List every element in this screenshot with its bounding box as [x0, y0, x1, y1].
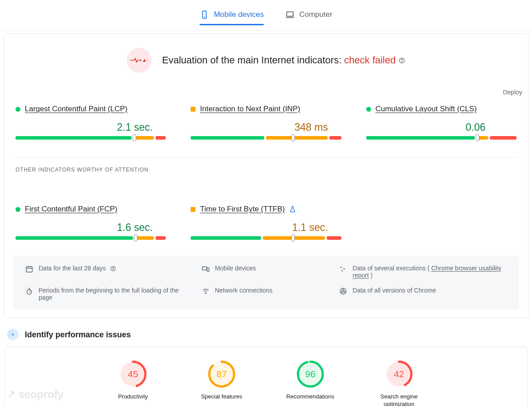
- metric-bar: [191, 136, 341, 140]
- gauge[interactable]: 42Search engine optimization: [372, 359, 426, 406]
- info-footer: Data for the last 28 days Mobile devices…: [13, 256, 519, 310]
- identify-card: 45Productivity87Special features96Recomm…: [4, 347, 528, 406]
- divider: [13, 157, 519, 158]
- stopwatch-icon: [25, 287, 33, 295]
- svg-point-24: [205, 293, 206, 294]
- scatter-icon: [339, 265, 347, 273]
- metric: Time to First Byte (TTFB)1.1 sec.: [191, 205, 341, 240]
- devices-icon: [202, 265, 210, 273]
- gauge-circle: 45: [118, 359, 148, 389]
- info-all-chrome: Data of all versions of Chrome: [339, 287, 507, 301]
- metric-name[interactable]: First Contentful Paint (FCP): [25, 205, 117, 214]
- gauge-circle: 96: [296, 359, 325, 389]
- tab-mobile-label: Mobile devices: [214, 10, 263, 19]
- metric-marker: [134, 234, 137, 242]
- info-periods: Periods from the beginning to the full l…: [25, 287, 193, 301]
- metric-bar: [16, 136, 166, 140]
- tab-mobile[interactable]: Mobile devices: [200, 10, 263, 25]
- svg-point-8: [402, 62, 402, 62]
- svg-point-6: [146, 60, 147, 61]
- info-network: Network connections: [202, 287, 331, 301]
- svg-line-28: [341, 292, 342, 293]
- other-indicators-label: OTHER INDICATORS WORTHY OF ATTENTION: [13, 167, 519, 173]
- gauge-circle: 87: [207, 359, 236, 389]
- metric-bar: [16, 236, 166, 240]
- metric-value: 1.1 sec.: [191, 222, 341, 234]
- metric-name[interactable]: Time to First Byte (TTFB): [200, 205, 285, 214]
- evaluation-title: Evaluation of the main Internet indicato…: [162, 55, 406, 66]
- info-28days: Data for the last 28 days: [25, 265, 193, 279]
- paren-close: ): [371, 272, 373, 279]
- status-indicator: [16, 207, 20, 212]
- evaluation-status: check failed: [344, 55, 395, 66]
- svg-text:96: 96: [305, 369, 315, 379]
- status-indicator: [16, 107, 20, 112]
- metric-name[interactable]: Interaction to Next Paint (INP): [200, 105, 300, 113]
- status-indicator: [191, 207, 196, 212]
- metric-value: 0.06: [366, 121, 516, 133]
- info-executions: Data of several executions ( Chrome brow…: [339, 265, 507, 279]
- metric-value: 348 ms: [191, 121, 341, 133]
- metric-name[interactable]: Cumulative Layout Shift (CLS): [376, 105, 477, 113]
- svg-text:87: 87: [216, 369, 227, 379]
- metric-name[interactable]: Largest Contentful Paint (LCP): [25, 105, 128, 113]
- metric: First Contentful Paint (FCP)1.6 sec.: [16, 205, 166, 240]
- chrome-icon: [339, 287, 347, 295]
- svg-rect-15: [202, 267, 207, 270]
- svg-point-18: [344, 268, 345, 269]
- core-metrics-grid: Largest Contentful Paint (LCP)2.1 sec.In…: [13, 105, 519, 140]
- help-icon[interactable]: [110, 265, 117, 272]
- evaluation-title-prefix: Evaluation of the main Internet indicato…: [162, 55, 342, 66]
- metric: Cumulative Layout Shift (CLS)0.06: [366, 105, 516, 140]
- watermark: seoprofy: [7, 388, 63, 401]
- info-all-chrome-text: Data of all versions of Chrome: [352, 287, 436, 294]
- svg-point-30: [12, 334, 14, 336]
- gauge-label: Search engine optimization: [372, 393, 426, 406]
- calendar-icon: [25, 265, 33, 273]
- gauge[interactable]: 96Recommendations: [284, 359, 337, 406]
- svg-rect-9: [26, 267, 32, 272]
- svg-point-19: [342, 270, 343, 271]
- core-web-vitals-card: Evaluation of the main Internet indicato…: [4, 33, 528, 318]
- metric: Largest Contentful Paint (LCP)2.1 sec.: [16, 105, 166, 140]
- svg-line-21: [29, 291, 30, 292]
- metric-bar: [366, 136, 516, 140]
- svg-point-4: [140, 59, 141, 61]
- gauges-row: 45Productivity87Special features96Recomm…: [14, 359, 518, 406]
- other-metrics-grid: First Contentful Paint (FCP)1.6 sec.Time…: [13, 205, 519, 240]
- deploy-link[interactable]: Deploy: [503, 89, 522, 96]
- metric-marker: [476, 134, 479, 141]
- info-network-text: Network connections: [215, 287, 273, 294]
- info-periods-text: Periods from the beginning to the full l…: [39, 287, 193, 301]
- info-mobile: Mobile devices: [202, 265, 331, 279]
- tab-computer[interactable]: Computer: [285, 10, 332, 25]
- metric-bar: [191, 236, 341, 240]
- help-icon[interactable]: [398, 57, 405, 64]
- svg-text:45: 45: [128, 369, 138, 379]
- info-28days-text: Data for the last 28 days: [39, 265, 106, 272]
- svg-point-14: [113, 270, 113, 270]
- info-executions-text: Data of several executions (: [352, 265, 430, 272]
- pulse-icon: [127, 48, 152, 73]
- metric-marker: [133, 134, 136, 141]
- identify-section: Identify performance issues 45Productivi…: [4, 329, 528, 406]
- info-mobile-text: Mobile devices: [215, 265, 256, 272]
- gauge-label: Recommendations: [286, 393, 334, 401]
- device-tabs: Mobile devices Computer: [0, 0, 532, 31]
- status-indicator: [191, 107, 196, 112]
- svg-point-17: [340, 267, 342, 268]
- tab-computer-label: Computer: [299, 10, 332, 19]
- metric-marker: [291, 234, 295, 242]
- radar-icon: [7, 329, 19, 340]
- identify-title: Identify performance issues: [25, 330, 131, 340]
- svg-text:42: 42: [394, 369, 404, 379]
- svg-rect-2: [287, 12, 293, 16]
- status-indicator: [366, 107, 371, 112]
- gauge-label: Productivity: [118, 393, 148, 401]
- svg-line-29: [344, 292, 346, 293]
- metric-marker: [291, 134, 295, 141]
- gauge-label: Special features: [201, 393, 242, 401]
- svg-marker-5: [143, 59, 146, 62]
- gauge[interactable]: 87Special features: [195, 359, 248, 406]
- gauge[interactable]: 45Productivity: [106, 359, 160, 406]
